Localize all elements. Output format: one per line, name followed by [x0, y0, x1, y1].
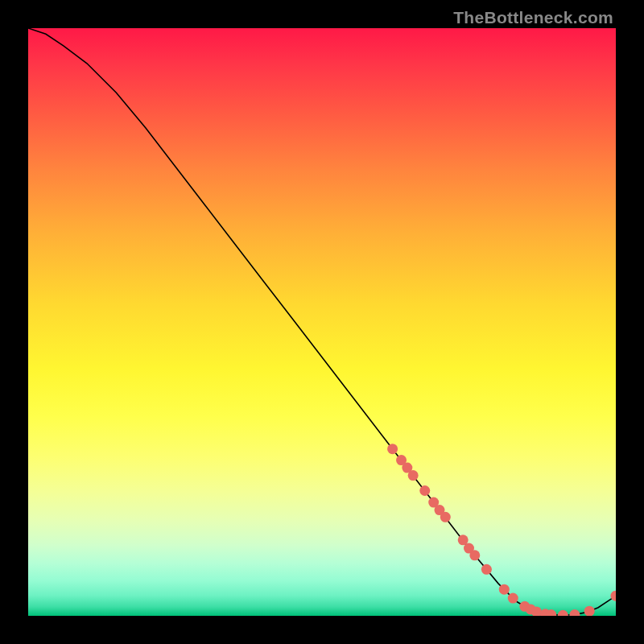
curve-marker [584, 606, 595, 616]
curve-marker [440, 512, 451, 522]
curve-marker [419, 485, 430, 496]
curve-marker [469, 550, 480, 560]
chart-frame: TheBottleneck.com [0, 0, 644, 644]
curve-marker [499, 584, 510, 595]
bottleneck-curve [28, 28, 616, 616]
curve-marker [569, 609, 580, 616]
curve-marker [408, 470, 419, 481]
curve-marker [508, 593, 518, 604]
attribution-text: TheBottleneck.com [453, 8, 613, 27]
curve-line [28, 28, 616, 615]
curve-marker [481, 564, 492, 575]
curve-marker [387, 444, 398, 454]
plot-area [28, 28, 616, 616]
curve-marker [558, 610, 568, 616]
curve-markers [387, 444, 616, 616]
